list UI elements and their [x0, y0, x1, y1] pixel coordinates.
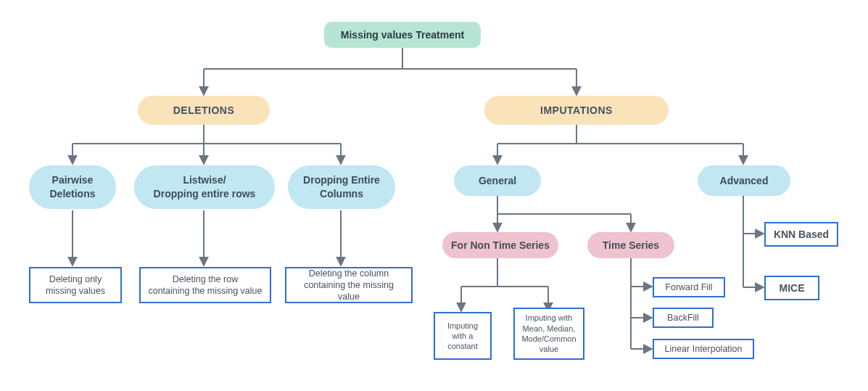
node-drop-columns: Dropping Entire Columns: [288, 165, 395, 209]
leaf-backfill: BackFill: [653, 308, 714, 328]
leaf-impute-constant: Imputing with a constant: [434, 312, 492, 360]
category-imputations: IMPUTATIONS: [484, 96, 669, 125]
leaf-impute-mmm: Imputing with Mean, Median, Mode/Common …: [513, 308, 584, 360]
node-listwise: Listwise/ Dropping entire rows: [134, 165, 275, 209]
leaf-deleting-row: Deleting the row containing the missing …: [139, 267, 271, 303]
node-advanced: Advanced: [698, 165, 790, 196]
leaf-deleting-column: Deleting the column containing the missi…: [285, 267, 413, 303]
leaf-mice: MICE: [764, 276, 819, 300]
node-pairwise-deletions: Pairwise Deletions: [29, 165, 116, 209]
root-node: Missing values Treatment: [324, 22, 481, 48]
node-non-time-series: For Non Time Series: [442, 232, 558, 258]
leaf-deleting-only: Deleting only missing values: [29, 267, 122, 303]
leaf-linear-interpolation: Linear Interpolation: [653, 339, 754, 359]
leaf-forward-fill: Forward Fill: [653, 277, 725, 297]
leaf-knn-based: KNN Based: [764, 222, 838, 247]
node-general: General: [454, 165, 541, 196]
node-time-series: Time Series: [587, 232, 674, 258]
category-deletions: DELETIONS: [138, 96, 270, 125]
